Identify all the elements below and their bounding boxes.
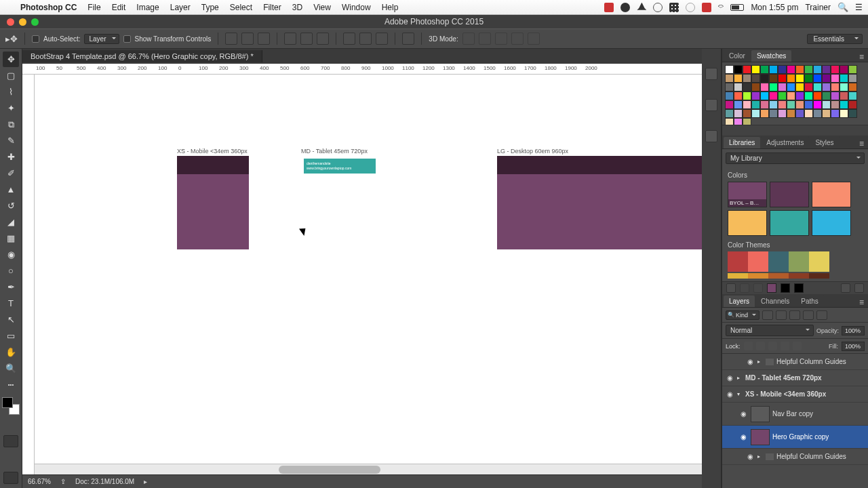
transform-checkbox[interactable] xyxy=(123,35,131,43)
pen-tool[interactable]: ✒ xyxy=(3,279,19,295)
3d-slide-icon[interactable] xyxy=(511,33,524,45)
dodge-tool[interactable]: ○ xyxy=(3,263,19,279)
workspace-dropdown[interactable]: Essentials xyxy=(807,34,863,44)
lib-add-icon[interactable] xyxy=(841,283,850,293)
visibility-icon[interactable]: ◉ xyxy=(738,433,748,441)
swatch[interactable] xyxy=(778,83,787,92)
swatch[interactable] xyxy=(734,92,743,100)
swatch[interactable] xyxy=(813,74,822,83)
3d-orbit-icon[interactable] xyxy=(462,33,475,45)
menu-layer[interactable]: Layer xyxy=(165,3,196,12)
lib-sw2[interactable] xyxy=(794,283,804,293)
panel-menu-icon[interactable]: ≡ xyxy=(855,139,868,148)
align-center-h-icon[interactable] xyxy=(241,33,254,45)
swatch[interactable] xyxy=(840,83,848,92)
swatch[interactable] xyxy=(743,100,751,109)
swatch[interactable] xyxy=(743,74,751,83)
spotlight-icon[interactable]: 🔍 xyxy=(837,2,848,12)
wand-tool[interactable]: ✦ xyxy=(3,100,19,116)
path-tool[interactable]: ↖ xyxy=(3,312,19,327)
swatch[interactable] xyxy=(751,65,760,74)
swatch[interactable] xyxy=(743,92,751,100)
swatch[interactable] xyxy=(822,109,831,118)
artboard-lg[interactable] xyxy=(497,156,702,464)
swatch[interactable] xyxy=(787,109,795,118)
3d-scale-icon[interactable] xyxy=(528,33,540,45)
close-button[interactable] xyxy=(7,18,14,26)
swatch[interactable] xyxy=(813,65,822,74)
status-icon-1[interactable] xyxy=(604,3,614,12)
swatch[interactable] xyxy=(822,92,831,100)
swatch[interactable] xyxy=(840,92,848,100)
brush-tool[interactable]: ✐ xyxy=(3,165,19,181)
swatch[interactable] xyxy=(822,83,831,92)
menu-help[interactable]: Help xyxy=(376,3,404,12)
tab-channels[interactable]: Channels xyxy=(755,296,795,307)
ruler-vertical[interactable] xyxy=(22,75,35,474)
dock-icon-2[interactable] xyxy=(705,99,717,111)
zoom-button[interactable] xyxy=(31,18,39,26)
lib-sw1[interactable] xyxy=(781,283,790,293)
swatch[interactable] xyxy=(831,65,840,74)
swatch[interactable] xyxy=(760,100,769,109)
distribute-3-icon[interactable] xyxy=(376,33,388,45)
swatch[interactable] xyxy=(787,74,795,83)
lasso-tool[interactable]: ⌇ xyxy=(3,84,19,100)
swatch[interactable] xyxy=(831,109,840,118)
list-icon[interactable]: ☰ xyxy=(855,3,863,12)
stamp-tool[interactable]: ▲ xyxy=(3,182,19,197)
history-brush-tool[interactable]: ↺ xyxy=(3,198,19,214)
swatch[interactable] xyxy=(804,109,813,118)
filter-type-icon[interactable] xyxy=(789,310,800,320)
menu-filter[interactable]: Filter xyxy=(258,3,287,12)
swatch[interactable] xyxy=(751,109,760,118)
swatch[interactable] xyxy=(751,92,760,100)
app-name[interactable]: Photoshop CC xyxy=(15,3,82,12)
ruler-horizontal[interactable]: 1005050040030020010001002003004005006007… xyxy=(22,64,702,75)
lib-color-2[interactable] xyxy=(770,182,809,207)
3d-roll-icon[interactable] xyxy=(479,33,491,45)
visibility-icon[interactable]: ◉ xyxy=(745,453,755,460)
artboard-label-xs[interactable]: XS - Mobile <34em 360px xyxy=(177,148,248,155)
lock-all-icon[interactable] xyxy=(793,342,802,350)
align-center-v-icon[interactable] xyxy=(300,33,313,45)
layer-row[interactable]: ◉▸Helpful Column Guides xyxy=(722,449,868,465)
filter-pixel-icon[interactable] xyxy=(762,310,773,320)
swatch[interactable] xyxy=(795,92,804,100)
swatch[interactable] xyxy=(831,83,840,92)
zoom-tool[interactable]: 🔍 xyxy=(3,361,19,376)
swatch[interactable] xyxy=(813,109,822,118)
panel-menu-icon[interactable]: ≡ xyxy=(855,52,868,62)
swatch[interactable] xyxy=(778,65,787,74)
align-top-icon[interactable] xyxy=(284,33,296,45)
lock-pixels-icon[interactable] xyxy=(756,342,765,350)
swatch[interactable] xyxy=(804,100,813,109)
quick-mask[interactable] xyxy=(3,435,18,447)
filter-shape-icon[interactable] xyxy=(803,310,814,320)
swatch[interactable] xyxy=(787,100,795,109)
bell-icon[interactable] xyxy=(637,3,646,12)
tab-layers[interactable]: Layers xyxy=(724,296,755,307)
menu-view[interactable]: View xyxy=(308,3,336,12)
gradient-tool[interactable]: ▦ xyxy=(3,230,19,246)
swatch[interactable] xyxy=(725,65,734,74)
lib-char-icon[interactable] xyxy=(740,283,749,293)
swatch[interactable] xyxy=(743,65,751,74)
visibility-icon[interactable]: ◉ xyxy=(725,374,734,382)
swatch[interactable] xyxy=(734,83,743,92)
swatch[interactable] xyxy=(760,83,769,92)
swatch[interactable] xyxy=(795,74,804,83)
swatch[interactable] xyxy=(725,109,734,118)
swatch[interactable] xyxy=(725,83,734,92)
swatch[interactable] xyxy=(778,74,787,83)
swatch[interactable] xyxy=(760,92,769,100)
swatch[interactable] xyxy=(848,83,857,92)
clock[interactable]: Mon 1:55 pm xyxy=(751,3,798,12)
swatch[interactable] xyxy=(831,74,840,83)
swatch[interactable] xyxy=(848,100,857,109)
swatch[interactable] xyxy=(769,92,778,100)
swatch[interactable] xyxy=(795,65,804,74)
swatch[interactable] xyxy=(760,65,769,74)
swatch[interactable] xyxy=(760,109,769,118)
status-icon-3[interactable] xyxy=(653,3,663,12)
